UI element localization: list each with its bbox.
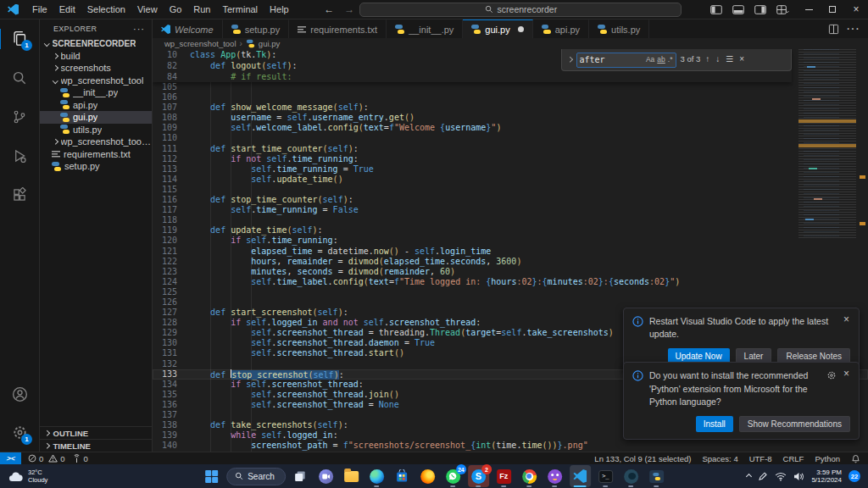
back-arrow-icon[interactable]: ←: [319, 3, 339, 15]
search-activity-icon[interactable]: [5, 64, 34, 92]
taskbar-clock[interactable]: 3:59 PM 5/12/2024: [811, 469, 842, 485]
account-icon[interactable]: [5, 380, 34, 408]
find-close-icon[interactable]: ×: [738, 54, 745, 64]
find-toggle-replace-icon[interactable]: [567, 57, 572, 62]
file-explorer-icon[interactable]: [341, 465, 362, 487]
explorer-item-build[interactable]: build: [40, 50, 152, 63]
explorer-activity-icon[interactable]: 1: [5, 25, 34, 53]
menu-help[interactable]: Help: [264, 2, 295, 17]
explorer-item-setup-py[interactable]: setup.py: [40, 160, 152, 173]
code-line-118[interactable]: 118: [153, 215, 868, 225]
whatsapp-icon[interactable]: 24: [442, 465, 464, 487]
toggle-sidebar-icon[interactable]: [706, 3, 726, 17]
dark-app-icon[interactable]: [620, 465, 642, 487]
run-debug-activity-icon[interactable]: [5, 141, 34, 169]
explorer-item-init-py[interactable]: __init__.py: [40, 86, 152, 99]
wifi-icon[interactable]: [775, 472, 787, 481]
more-actions-icon[interactable]: ···: [846, 21, 860, 36]
explorer-item-requirements-txt[interactable]: requirements.txt: [40, 148, 152, 161]
terminal-icon[interactable]: >_: [595, 465, 616, 487]
notification-close-icon[interactable]: ×: [843, 369, 850, 378]
code-line-140[interactable]: 140 screenshot_path = f"screenshots/scre…: [153, 441, 868, 451]
maximize-button[interactable]: [821, 0, 844, 19]
firefox-icon[interactable]: [417, 465, 438, 487]
notification-settings-gear-icon[interactable]: [826, 370, 837, 380]
tab-setup-py[interactable]: setup.py: [223, 19, 290, 38]
find-next-icon[interactable]: ↓: [715, 54, 721, 64]
regex-icon[interactable]: .*: [668, 54, 673, 64]
explorer-item-screenshots[interactable]: screenshots: [40, 62, 152, 75]
explorer-item-wp-screenshot-tool-egg-info[interactable]: wp_screenshot_tool.egg-info: [40, 136, 152, 148]
purple-chat-app-icon[interactable]: [544, 465, 565, 487]
menu-terminal[interactable]: Terminal: [217, 2, 264, 17]
code-line-113[interactable]: 113 self.time_running = True: [153, 164, 868, 175]
sidebar-actions-icon[interactable]: ···: [133, 24, 145, 34]
code-line-109[interactable]: 109 self.welcome_label.config(text=f"Wel…: [153, 123, 868, 133]
find-input[interactable]: [580, 55, 643, 64]
task-view-button[interactable]: [290, 465, 311, 487]
tab-welcome[interactable]: Welcome: [153, 19, 223, 38]
whole-word-icon[interactable]: ab: [657, 54, 665, 64]
command-center-search[interactable]: screenrecorder: [359, 3, 682, 17]
start-button[interactable]: [201, 465, 222, 487]
code-line-84[interactable]: 84 # if result:: [153, 71, 792, 82]
customize-layout-icon[interactable]: [772, 3, 793, 17]
breadcrumb-folder[interactable]: wp_screenshot_tool: [164, 39, 236, 48]
show-recommendations-button[interactable]: Show Recommendations: [739, 416, 850, 432]
code-line-119[interactable]: 119 def update_time(self):: [153, 225, 868, 236]
code-line-110[interactable]: 110: [153, 133, 868, 143]
menu-file[interactable]: File: [26, 2, 53, 17]
code-line-123[interactable]: 123 minutes, seconds = divmod(remainder,…: [153, 267, 868, 277]
code-line-125[interactable]: 125: [153, 287, 868, 297]
explorer-item-screenrecorder[interactable]: SCREENRECORDER: [40, 37, 152, 50]
menu-go[interactable]: Go: [164, 2, 188, 17]
toggle-secondary-sidebar-icon[interactable]: [750, 3, 771, 17]
status-item-ln-133-col-9-21-selected[interactable]: Ln 133, Col 9 (21 selected): [594, 454, 691, 463]
tab-gui-py[interactable]: gui.py: [463, 19, 532, 38]
breadcrumb[interactable]: wp_screenshot_tool › gui.py: [153, 38, 868, 49]
extensions-activity-icon[interactable]: [5, 180, 34, 208]
code-line-112[interactable]: 112 if not self.time_running:: [153, 154, 868, 164]
tray-chevron-up-icon[interactable]: [746, 473, 752, 479]
status-item-crlf[interactable]: CRLF: [783, 454, 804, 463]
status-item-utf-8[interactable]: UTF-8: [749, 454, 772, 463]
store-icon[interactable]: [392, 465, 413, 487]
chrome-icon[interactable]: [519, 465, 540, 487]
explorer-item-api-py[interactable]: api.py: [40, 99, 152, 112]
tab-api-py[interactable]: api.py: [533, 19, 589, 38]
code-line-105[interactable]: 105: [153, 82, 868, 92]
taskbar-search[interactable]: Search: [226, 468, 286, 485]
code-editor[interactable]: 105106107 def show_welcome_message(self)…: [153, 49, 868, 452]
status-item-python[interactable]: Python: [815, 454, 840, 463]
code-line-116[interactable]: 116 def stop_time_counter(self):: [153, 195, 868, 205]
code-line-120[interactable]: 120 if self.time_running:: [153, 236, 868, 246]
forward-arrow-icon[interactable]: →: [339, 3, 359, 15]
ports-status[interactable]: 0: [72, 454, 88, 463]
match-case-icon[interactable]: Aa: [646, 54, 654, 64]
edge-icon[interactable]: [366, 465, 387, 487]
breadcrumb-file[interactable]: gui.py: [259, 39, 280, 48]
remote-indicator[interactable]: ><: [0, 452, 21, 464]
install-button[interactable]: Install: [696, 416, 733, 432]
status-item-spaces[interactable]: Spaces: 4: [702, 454, 737, 463]
find-previous-icon[interactable]: ↑: [704, 54, 710, 64]
code-line-117[interactable]: 117 self.time_running = False: [153, 205, 868, 215]
code-line-111[interactable]: 111 def start_time_counter(self):: [153, 144, 868, 154]
skype-icon[interactable]: S 2: [468, 465, 489, 487]
notification-close-icon[interactable]: ×: [843, 315, 850, 324]
chat-app-icon[interactable]: [315, 465, 337, 487]
minimize-button[interactable]: [797, 0, 821, 19]
problems-status[interactable]: 0 0: [28, 454, 65, 463]
menu-edit[interactable]: Edit: [53, 2, 81, 17]
explorer-item-utils-py[interactable]: utils.py: [40, 124, 152, 136]
menu-view[interactable]: View: [131, 2, 164, 17]
vscode-taskbar-icon[interactable]: [570, 465, 591, 487]
minimap[interactable]: [798, 49, 856, 239]
code-line-126[interactable]: 126: [153, 297, 868, 308]
filezilla-icon[interactable]: Fz: [493, 465, 515, 487]
settings-gear-icon[interactable]: 1: [5, 419, 34, 446]
section-timeline[interactable]: TIMELINE: [40, 439, 152, 452]
toggle-panel-icon[interactable]: [728, 3, 748, 17]
source-control-activity-icon[interactable]: [5, 103, 34, 130]
split-editor-icon[interactable]: [828, 24, 839, 35]
